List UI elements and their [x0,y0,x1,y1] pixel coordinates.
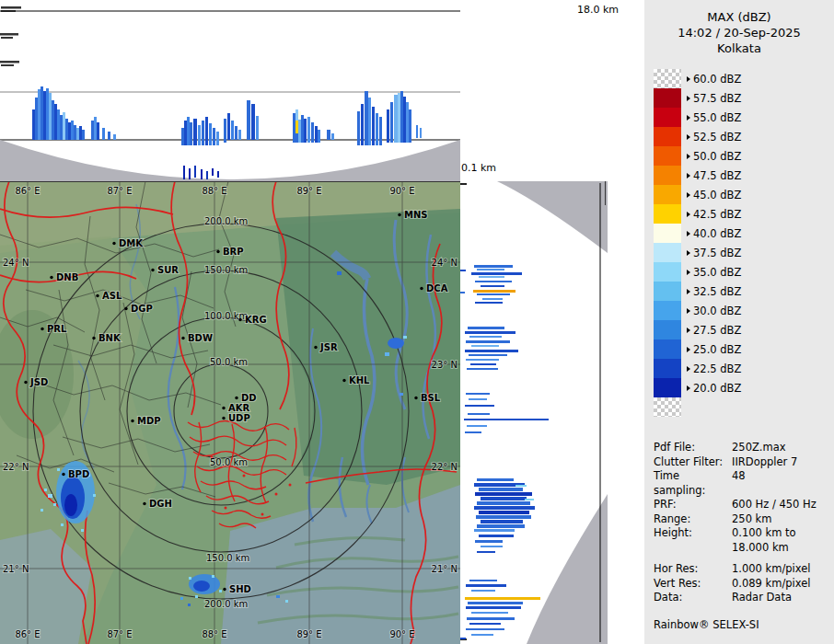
map-label: 86° E [15,629,40,639]
map-label: 50.0 km [210,357,248,367]
map-label: 50.0 km [210,457,248,467]
legend-label: 25.0 dBZ [693,343,741,356]
city-label: SUR [157,265,179,275]
legend-arrow-icon [687,76,690,82]
legend-entry: 32.5 dBZ [654,282,834,301]
map-label: 22° N [3,462,29,472]
city-dot [314,346,317,349]
city-dot [181,337,184,339]
legend-entry: 40.0 dBZ [654,224,834,243]
axis-tick [460,183,467,185]
legend-swatch [654,282,681,301]
map-label: 89° E [296,629,321,639]
map-label: 150.0 km [206,553,249,563]
legend-label: 57.5 dBZ [693,92,741,105]
legend-arrow-icon [687,231,690,236]
map-label: 200.0 km [204,599,248,609]
legend-entry: 20.0 dBZ [654,378,834,397]
legend-arrow-icon [687,134,690,140]
legend-label: 40.0 dBZ [693,227,741,240]
legend-entry: 22.5 dBZ [654,359,834,378]
legend-swatch [654,224,681,243]
city-label: DCA [426,283,448,293]
legend-swatch [654,243,681,262]
city-label: KHL [349,375,370,385]
legend-arrow-icon [687,96,690,101]
legend-label: 52.5 dBZ [693,131,741,144]
city-dot [222,417,225,420]
map-label: 88° E [202,629,226,639]
map-label: 24° N [432,258,458,268]
legend-arrow-icon [687,250,690,256]
city-dot [41,328,43,330]
legend-entry: 52.5 dBZ [654,127,834,146]
legend-swatch [654,262,681,282]
legend-label: 27.5 dBZ [693,324,741,337]
city-dot [92,337,95,339]
map-label: 21° N [432,564,458,574]
product-site: Kolkata [644,40,834,56]
north-south-profile-panel[interactable] [0,0,460,181]
map-label: 90° E [389,186,414,196]
info-row: Hor Res:1.000 km/pixel [654,562,834,577]
legend-swatch [654,108,681,127]
radar-map-panel[interactable]: 86° E86° E87° E87° E88° E88° E89° E89° E… [0,181,460,644]
legend-entry: 35.0 dBZ [654,262,834,282]
info-row: Time sampling:48 [654,469,834,498]
city-label: BRP [223,247,244,257]
info-row: Clutter Filter:IIRDoppler 7 [654,455,834,470]
map-label: 22° N [432,462,458,472]
map-label: 21° N [3,564,29,574]
info-row: Height:0.100 km to [654,526,834,541]
city-dot [143,502,145,505]
east-west-profile-panel[interactable] [460,181,608,644]
map-label: 89° E [296,186,321,196]
city-dot [62,473,64,476]
legend-swatch [654,204,681,224]
legend-entry: 30.0 dBZ [654,301,834,320]
legend-label: 42.5 dBZ [693,208,741,221]
legend-label: 37.5 dBZ [693,247,741,259]
city-label: AKR [228,403,249,413]
legend-label: 22.5 dBZ [693,362,741,375]
city-label: BDW [188,333,213,343]
city-label: DGH [149,499,172,509]
city-dot [131,420,133,422]
legend-entry: 60.0 dBZ [654,69,834,88]
legend-arrow-icon [687,385,690,391]
map-label: 88° E [202,186,226,196]
legend-label: 20.0 dBZ [693,382,741,395]
city-dot [223,588,226,591]
info-row: Pdf File:250Z.max [654,441,834,455]
legend-label: 30.0 dBZ [693,305,741,317]
city-dot [24,381,27,384]
legend-arrow-icon [687,308,690,314]
product-datetime: 14:02 / 20-Sep-2025 [644,25,834,40]
legend-swatch [654,378,681,397]
city-dot [420,287,423,290]
brand-label: Rainbow® SELEX-SI [654,618,834,631]
legend-label: 55.0 dBZ [693,111,741,124]
city-label: UDP [228,413,250,423]
legend-entry: 55.0 dBZ [654,108,834,127]
city-label: MDP [137,416,161,426]
legend-entry: 25.0 dBZ [654,339,834,359]
legend-arrow-icon [687,366,690,372]
legend-label: 47.5 dBZ [693,169,741,182]
legend-arrow-icon [687,270,690,275]
info-block: Pdf File:250Z.maxClutter Filter:IIRDoppl… [654,441,834,605]
info-row: 18.000 km [654,541,834,556]
city-dot [414,397,417,399]
city-dot [96,294,98,297]
city-dot [342,379,345,382]
legend-entry [654,397,834,417]
legend-swatch [654,339,681,359]
legend-entry: 45.0 dBZ [654,185,834,204]
city-dot [398,213,400,216]
legend-entry: 57.5 dBZ [654,88,834,108]
legend-arrow-icon [687,173,690,178]
legend-swatch [654,88,681,108]
map-label: 86° E [15,186,40,196]
city-label: KRG [245,315,267,325]
city-dot [112,242,115,245]
